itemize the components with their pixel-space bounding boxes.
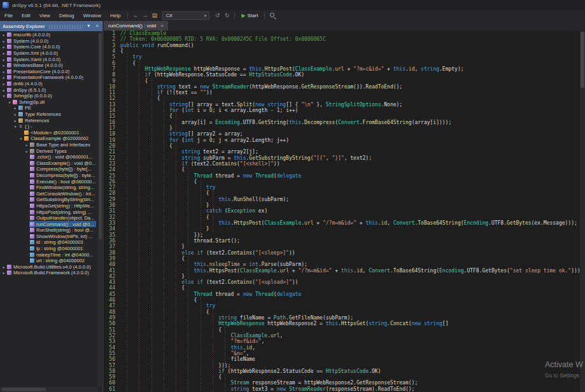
- tree-item[interactable]: HttpsGet(string) : HttpWe...: [0, 203, 98, 209]
- expand-arrow-icon[interactable]: ▸: [1, 265, 6, 269]
- tree-item[interactable]: ▸References: [0, 117, 98, 123]
- code-token: Contains: [213, 161, 237, 167]
- tree-item[interactable]: runCommand() : void @0...: [0, 221, 98, 227]
- collapse-arrow-icon[interactable]: ▾: [7, 100, 12, 104]
- panel-menu-icon[interactable]: ▾: [86, 21, 91, 31]
- tree-item[interactable]: ShowWindow(IntPtr, int) ...: [0, 234, 98, 240]
- expand-arrow-icon[interactable]: ▸: [1, 69, 6, 74]
- menu-file[interactable]: File: [0, 10, 17, 21]
- assembly-explorer-header[interactable]: Assembly Explorer ▾ ×: [0, 21, 102, 31]
- collapse-arrow-icon[interactable]: ▾: [18, 136, 24, 141]
- editor-vertical-scrollbar[interactable]: [580, 31, 585, 392]
- tree-item[interactable]: ▸System (4.0.0.0): [0, 38, 98, 45]
- tree-item[interactable]: ▸System.Xaml (4.0.0.0): [0, 56, 98, 62]
- expand-arrow-icon[interactable]: ▸: [13, 112, 18, 116]
- assembly-tree[interactable]: ▸mscorlib (4.0.0.0)▸System (4.0.0.0)▸Sys…: [0, 32, 98, 387]
- tree-item[interactable]: nsleepTime : int @04000...: [0, 251, 98, 258]
- expand-arrow-icon[interactable]: ▸: [1, 88, 6, 92]
- expand-arrow-icon[interactable]: ▸: [1, 81, 6, 86]
- tree-item[interactable]: ▾ClassExample @02000002: [0, 136, 98, 142]
- menu-edit[interactable]: Edit: [17, 10, 35, 21]
- language-select[interactable]: C# ▾: [162, 11, 209, 20]
- tree-item[interactable]: ▸dnSpy (6.5.1.0): [0, 87, 98, 93]
- code-line-text: string[] array2 = array;: [120, 131, 243, 137]
- code-token: GetString: [258, 120, 286, 125]
- redo-icon[interactable]: ↻: [222, 11, 232, 20]
- code-line: 9 {: [104, 78, 580, 84]
- tab-runcommand[interactable]: runCommand() : void ×: [104, 21, 168, 31]
- tree-item[interactable]: ▸PresentationFramework (4.0.0.0): [0, 74, 98, 81]
- expand-arrow-icon[interactable]: ▸: [1, 57, 6, 62]
- navigate-back-icon[interactable]: ←: [130, 11, 140, 20]
- tree-item[interactable]: ▾3vhng|0p.dll: [0, 99, 98, 106]
- tree-item[interactable]: ▾3vhng|0p (0.0.0.0): [0, 93, 98, 99]
- menu-help[interactable]: Help: [106, 10, 125, 21]
- undo-icon[interactable]: ↺: [213, 11, 222, 20]
- expand-arrow-icon[interactable]: ▸: [1, 32, 6, 37]
- code-token: });: [120, 232, 203, 238]
- tree-item[interactable]: ▸PE: [0, 105, 98, 111]
- menu-debug[interactable]: Debug: [55, 10, 79, 21]
- expand-arrow-icon[interactable]: ▸: [1, 39, 6, 43]
- tree-horizontal-scrollbar[interactable]: [0, 387, 98, 392]
- search-icon[interactable]: [269, 11, 277, 20]
- menu-window[interactable]: Window: [78, 10, 105, 21]
- tree-item[interactable]: Compress(byte[]) : byte[...: [0, 166, 98, 172]
- code-token: ,: [414, 66, 421, 72]
- expand-arrow-icon[interactable]: ▸: [13, 106, 18, 110]
- tree-item[interactable]: ▸PresentationCore (4.0.0.0): [0, 69, 98, 75]
- tree-item[interactable]: ▸Type References: [0, 111, 98, 118]
- expand-arrow-icon[interactable]: ▸: [1, 63, 6, 67]
- expand-arrow-icon[interactable]: ▸: [24, 143, 29, 147]
- code-editor[interactable]: 1// ClassExample2// Token: 0x06000005 RI…: [104, 31, 580, 392]
- expand-arrow-icon[interactable]: ▸: [1, 51, 6, 55]
- code-line: 52 ClassExample.url,: [104, 333, 580, 339]
- tree-item[interactable]: GetConsoleWindow() : Int...: [0, 190, 98, 197]
- navigate-forward-icon[interactable]: →: [140, 11, 150, 20]
- tree-item[interactable]: Execute() : bool @060000...: [0, 178, 98, 185]
- tree-item[interactable]: Decompress(byte[]) : byte...: [0, 172, 98, 179]
- code-token: [120, 208, 206, 214]
- tree-item[interactable]: ▸Microsoft.Build.Framework (4.0.0.0): [0, 270, 98, 276]
- collapse-arrow-icon[interactable]: ▾: [1, 94, 6, 98]
- title-bar[interactable]: dnSpy v6.5.1 (64-bit, .NET Framework): [0, 0, 585, 10]
- code-line: 61 string text3 = new StreamReader(respo…: [104, 386, 580, 392]
- start-button[interactable]: ▶ Start: [237, 13, 262, 18]
- expand-arrow-icon[interactable]: ▸: [1, 270, 6, 275]
- start-label: Start: [248, 13, 258, 18]
- tree-item[interactable]: ▸System.Xml (4.0.0.0): [0, 50, 98, 57]
- scrollbar-thumb[interactable]: [99, 33, 102, 239]
- tree-item[interactable]: ▸Base Type and Interfaces: [0, 142, 98, 148]
- tree-item[interactable]: HttpsPost(string, string) ...: [0, 209, 98, 215]
- tree-item[interactable]: ▾{}{ } -: [0, 123, 98, 130]
- tree-item[interactable]: ▸System.Core (4.0.0.0): [0, 44, 98, 50]
- tree-item[interactable]: FindWindow(string, string...: [0, 185, 98, 191]
- collapse-arrow-icon[interactable]: ▾: [13, 124, 18, 129]
- tree-vertical-scrollbar[interactable]: [98, 32, 102, 387]
- tree-item[interactable]: url : string @04000002: [0, 258, 98, 264]
- scrollbar-thumb[interactable]: [1, 388, 46, 391]
- tree-item[interactable]: ▸WindowsBase (4.0.0.0): [0, 62, 98, 69]
- tree-item[interactable]: GetSubstringByString(stri...: [0, 197, 98, 203]
- menu-view[interactable]: View: [35, 10, 55, 21]
- expand-arrow-icon[interactable]: ▸: [1, 75, 6, 80]
- tree-item[interactable]: id : string @04000003: [0, 239, 98, 246]
- tab-close-icon[interactable]: ×: [160, 23, 164, 29]
- tree-item[interactable]: ▸dnlib (4.4.0.0): [0, 81, 98, 87]
- tree-item[interactable]: .cctor() : void @0600001...: [0, 154, 98, 160]
- expand-arrow-icon[interactable]: ▸: [13, 118, 18, 123]
- tree-item[interactable]: ▸Derived Types: [0, 148, 98, 154]
- tree-item[interactable]: ▸Microsoft.Build.Utilities.v4.0 (4.0.0.0…: [0, 264, 98, 270]
- panel-close-icon[interactable]: ×: [94, 21, 100, 31]
- expand-arrow-icon[interactable]: ▸: [24, 149, 29, 153]
- open-file-icon[interactable]: ▤: [150, 11, 159, 20]
- tree-item[interactable]: ▸mscorlib (4.0.0.0): [0, 32, 98, 38]
- tree-item[interactable]: OutputHandler(object, Da...: [0, 215, 98, 221]
- expand-arrow-icon[interactable]: ▸: [1, 45, 6, 49]
- code-line-text: this.RunShell(subParm);: [120, 197, 289, 202]
- tree-item[interactable]: ClassExample() : void @0...: [0, 160, 98, 166]
- tree-item[interactable]: <Module> @02000001: [0, 130, 98, 136]
- tree-item[interactable]: RunShell(string) : bool @...: [0, 227, 98, 234]
- scrollbar-thumb[interactable]: [581, 32, 584, 88]
- tree-item[interactable]: ip : string @04000001: [0, 246, 98, 252]
